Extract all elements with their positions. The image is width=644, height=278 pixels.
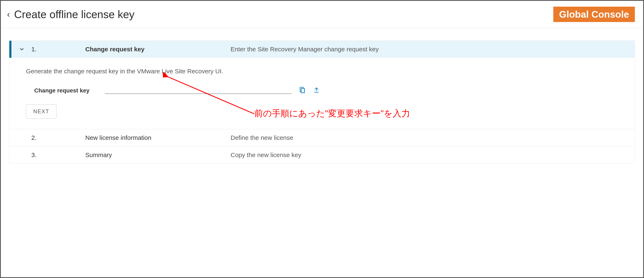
header-left: ‹ Create offline license key	[7, 8, 134, 21]
back-icon[interactable]: ‹	[7, 10, 10, 19]
step-number: 3.	[31, 151, 85, 159]
step-number: 1.	[31, 46, 85, 53]
step-body-1: Generate the change request key in the V…	[9, 58, 635, 129]
change-request-key-input[interactable]	[105, 84, 292, 94]
svg-line-3	[167, 77, 254, 114]
paste-icon[interactable]	[298, 86, 306, 94]
stepper: 1. Change request key Enter the Site Rec…	[9, 41, 635, 164]
step-header-3[interactable]: 3. Summary Copy the new license key	[9, 146, 635, 163]
content: 1. Change request key Enter the Site Rec…	[1, 28, 643, 172]
next-button[interactable]: NEXT	[26, 104, 56, 119]
step-header-2[interactable]: 2. New license information Define the ne…	[9, 129, 635, 146]
page-title: Create offline license key	[14, 8, 134, 21]
step-title: New license information	[85, 134, 230, 141]
generate-help-text: Generate the change request key in the V…	[26, 68, 618, 75]
upload-icon[interactable]	[312, 86, 321, 94]
annotation-text: 前の手順にあった"変更要求キー"を入力	[254, 108, 410, 119]
chevron-down-icon	[19, 46, 31, 52]
change-request-key-label: Change request key	[34, 87, 98, 94]
step-title: Change request key	[85, 46, 230, 53]
step-header-1[interactable]: 1. Change request key Enter the Site Rec…	[9, 41, 635, 58]
step-number: 2.	[31, 134, 85, 141]
step-title: Summary	[85, 151, 230, 159]
page-header: ‹ Create offline license key Global Cons…	[1, 1, 643, 28]
annotation-arrow-icon	[163, 72, 258, 118]
svg-rect-1	[301, 88, 304, 93]
step-desc: Copy the new license key	[230, 151, 618, 159]
step-desc: Enter the Site Recovery Manager change r…	[230, 46, 618, 53]
change-request-key-row: Change request key	[26, 84, 618, 94]
global-console-badge: Global Console	[553, 7, 635, 22]
step-desc: Define the new license	[230, 134, 618, 141]
